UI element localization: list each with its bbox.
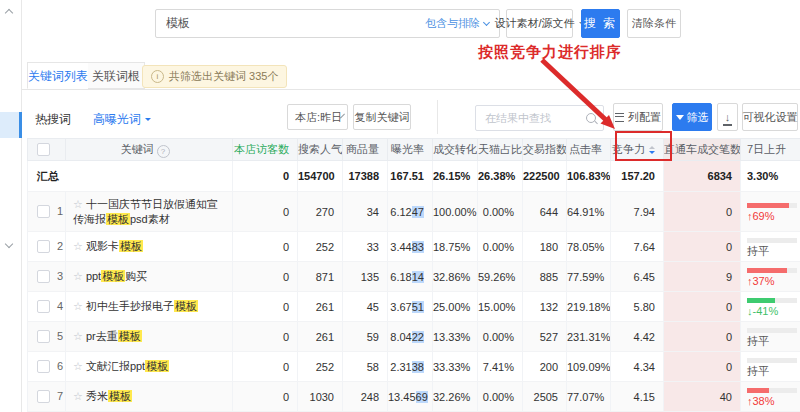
row-checkbox[interactable] (37, 240, 50, 253)
word-type-dropdown[interactable]: 高曝光词 (93, 111, 151, 128)
trend-bar-fill (747, 203, 789, 208)
cell-item-count: 17388 (343, 161, 388, 192)
cell-click-rate: 109.09% (567, 352, 611, 382)
star-icon[interactable]: ☆ (73, 300, 83, 312)
cell-trade-index: 222500 (523, 161, 567, 192)
col-header-item-count: 商品量 (343, 139, 388, 161)
trend-bar-track (747, 388, 797, 393)
collapse-up-icon[interactable] (6, 5, 12, 19)
cell-tmall-share: 0.00% (478, 382, 523, 412)
row-checkbox[interactable] (37, 360, 50, 373)
cell-conversion: 26.15% (433, 161, 478, 192)
cell-trade-index: 885 (523, 262, 567, 292)
include-exclude-label: 包含与排除 (425, 16, 480, 31)
column-config-button[interactable]: 列配置 (613, 103, 663, 131)
cell-select: 6 (28, 352, 66, 382)
columns-icon (615, 113, 624, 122)
select-all-checkbox[interactable] (37, 143, 50, 156)
cell-summary-label: 汇总 (28, 161, 233, 192)
trend-label: ↑69% (747, 210, 796, 222)
word-type-label: 高曝光词 (93, 111, 141, 128)
row-checkbox[interactable] (37, 300, 50, 313)
cell-conversion: 13.33% (433, 322, 478, 352)
search-icon[interactable] (586, 113, 596, 123)
cell-click-rate: 219.18% (567, 292, 611, 322)
row-checkbox[interactable] (37, 330, 50, 343)
tab-keyword-list[interactable]: 关键词列表 (27, 62, 89, 89)
rail-selected-indicator[interactable] (0, 112, 22, 138)
category-dropdown[interactable]: 设计素材/源文件 (506, 9, 573, 38)
copy-keywords-button[interactable]: 复制关键词 (353, 104, 411, 130)
col-header-ztc-orders: 直通车成交笔数 (664, 139, 741, 161)
table-row: 7☆秀米模板0103024813.456932.26%0.00%250577.0… (28, 382, 800, 412)
cell-shop-visitors: 0 (233, 352, 298, 382)
cell-search-popularity: 252 (298, 352, 343, 382)
star-icon[interactable]: ☆ (73, 390, 83, 402)
cell-conversion: 100.00% (433, 192, 478, 232)
row-number: 7 (57, 390, 63, 402)
keyword-search-input[interactable] (166, 17, 425, 31)
cell-7day-trend: ↑38% (741, 382, 800, 412)
row-checkbox[interactable] (37, 270, 50, 283)
cell-ztc-orders: 0 (664, 292, 741, 322)
trend-label: ↑38% (747, 395, 796, 407)
col-header-keyword: 关键词? (66, 139, 233, 161)
cell-conversion: 25.00% (433, 292, 478, 322)
cell-search-popularity: 252 (298, 232, 343, 262)
visual-settings-button[interactable]: 可视化设置 (742, 103, 798, 131)
cell-7day-trend: ↑37% (741, 262, 800, 292)
search-button[interactable]: 搜 索 (581, 9, 620, 38)
star-icon[interactable]: ☆ (73, 360, 83, 372)
cell-conversion: 32.86% (433, 262, 478, 292)
trend-label: 持平 (747, 335, 796, 347)
cell-keyword: ☆秀米模板 (66, 382, 233, 412)
cell-search-popularity: 270 (298, 192, 343, 232)
row-number: 5 (57, 330, 63, 342)
trend-bar-track (747, 268, 797, 273)
cell-competition: 4.34 (611, 352, 664, 382)
cell-keyword: ☆文献汇报ppt模板 (66, 352, 233, 382)
cell-7day-trend: ↑69% (741, 192, 800, 232)
keywords-table-wrap: 关键词? 本店访客数 搜索人气 商品量 曝光率 成交转化 天猫占比 交易指数 点… (27, 138, 800, 412)
clear-conditions-button[interactable]: 清除条件 (627, 9, 681, 38)
collapse-down-icon[interactable] (6, 236, 12, 250)
tab-related-roots[interactable]: 关联词根 (88, 62, 145, 89)
sort-icon[interactable] (649, 146, 655, 154)
cell-search-popularity: 1030 (298, 382, 343, 412)
table-row: 5☆pr去重模板0261598.042213.33%0.00%527231.31… (28, 322, 800, 352)
cell-click-rate: 231.31% (567, 322, 611, 352)
star-icon[interactable]: ☆ (73, 198, 83, 210)
filter-result-badge: i 共筛选出关键词 335个 (142, 65, 287, 88)
keyword-search-box: 包含与排除 (155, 9, 500, 38)
cell-select: 2 (28, 232, 66, 262)
cell-ztc-orders: 9 (664, 262, 741, 292)
cell-7day-trend: 持平 (741, 322, 800, 352)
cell-item-count: 248 (343, 382, 388, 412)
funnel-icon (676, 115, 684, 120)
export-button[interactable]: ↓ (717, 103, 738, 131)
exposure-highlight: 22 (412, 331, 424, 343)
col-header-tmall-share: 天猫占比 (478, 139, 523, 161)
cell-shop-visitors: 0 (233, 322, 298, 352)
trend-bar-track (747, 203, 797, 208)
include-exclude-link[interactable]: 包含与排除 (425, 16, 489, 31)
col-header-competition[interactable]: 竞争力 (611, 139, 664, 161)
filter-button[interactable]: 筛选 (672, 103, 712, 131)
star-icon[interactable]: ☆ (73, 240, 83, 252)
row-checkbox[interactable] (37, 205, 50, 218)
table-header-row: 关键词? 本店访客数 搜索人气 商品量 曝光率 成交转化 天猫占比 交易指数 点… (28, 139, 800, 161)
keywords-table: 关键词? 本店访客数 搜索人气 商品量 曝光率 成交转化 天猫占比 交易指数 点… (27, 138, 800, 412)
cell-click-rate: 77.59% (567, 262, 611, 292)
help-icon[interactable]: ? (157, 145, 170, 158)
cell-item-count: 45 (343, 292, 388, 322)
cell-item-count: 34 (343, 192, 388, 232)
row-checkbox[interactable] (37, 390, 50, 403)
keyword-highlight: 模板 (101, 270, 125, 282)
find-in-results-input[interactable] (483, 111, 586, 125)
star-icon[interactable]: ☆ (73, 270, 83, 282)
cell-exposure-rate: 13.4569 (388, 382, 433, 412)
cell-competition: 7.64 (611, 232, 664, 262)
scope-select[interactable]: 本店:昨日 (287, 104, 348, 130)
cell-search-popularity: 261 (298, 322, 343, 352)
star-icon[interactable]: ☆ (73, 330, 83, 342)
